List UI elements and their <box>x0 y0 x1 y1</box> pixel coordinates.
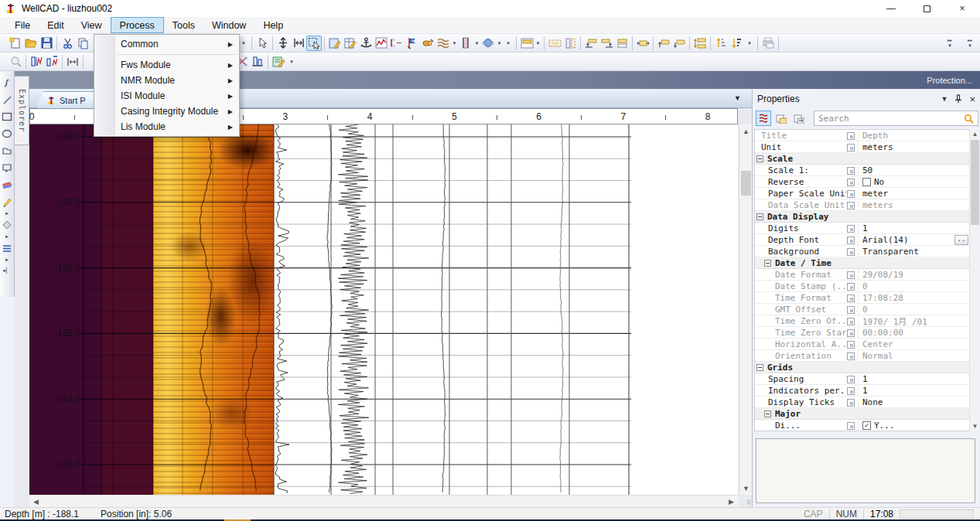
property-group-major[interactable]: Major <box>755 408 969 420</box>
categorized-view-button[interactable] <box>756 111 771 126</box>
checkbox-unchecked-icon[interactable] <box>862 178 871 186</box>
property-value[interactable]: 50 <box>858 165 969 175</box>
scroll-down-icon[interactable]: ▼ <box>739 482 753 495</box>
workspace-settings-icon[interactable] <box>271 54 286 70</box>
prop-scroll-up-icon[interactable]: ▲ <box>970 129 980 139</box>
align-tracks-icon[interactable] <box>614 36 630 51</box>
property-row-indicators-per-[interactable]: Indicators per...1 <box>755 385 969 397</box>
menu-process[interactable]: Process <box>111 17 164 33</box>
pencil-dropdown-icon[interactable]: ▸ <box>5 210 9 216</box>
close-button[interactable]: × <box>944 0 980 17</box>
save-icon[interactable] <box>39 36 54 51</box>
shift-log-up-icon[interactable] <box>656 36 671 51</box>
property-row-time-zero-of-[interactable]: Time Zero Of...1970/ 1月 /01 <box>755 315 969 327</box>
menu-edit[interactable]: Edit <box>39 17 73 33</box>
ellipse-tool-icon[interactable] <box>1 125 14 142</box>
polygon-tool-icon[interactable] <box>1 142 14 159</box>
property-row-reverse[interactable]: ReverseNo <box>755 176 969 188</box>
resize-grip[interactable]: ⠿ <box>739 495 751 506</box>
property-row-date-stamp-[interactable]: Date Stamp (...0 <box>755 281 969 292</box>
collapse-icon[interactable] <box>756 213 763 220</box>
property-group-scale[interactable]: Scale <box>755 153 969 165</box>
property-row-display-ticks[interactable]: Display TicksNone <box>755 397 969 408</box>
checkbox-checked-icon[interactable]: ✓ <box>862 421 871 430</box>
north-flag-icon[interactable]: N <box>405 36 420 51</box>
callout-tool-icon[interactable] <box>1 159 14 176</box>
menu-file[interactable]: File <box>6 17 39 33</box>
borehole-column-icon[interactable] <box>458 36 473 51</box>
property-value[interactable]: meters <box>858 200 969 210</box>
property-value[interactable]: No <box>858 177 969 187</box>
swap-tracks-icon[interactable] <box>692 36 708 51</box>
log-vertical-scrollbar[interactable]: ▲ ▼ <box>739 124 752 495</box>
core-sample-icon[interactable] <box>420 36 435 51</box>
cut-icon[interactable] <box>60 36 75 51</box>
header-toggle-icon[interactable] <box>519 36 534 51</box>
anchor-icon[interactable] <box>358 36 374 51</box>
property-value[interactable]: Arial(14).. <box>858 235 969 245</box>
histogram-log-icon[interactable] <box>250 54 265 70</box>
scroll-up-icon[interactable]: ▲ <box>739 124 753 138</box>
property-group-data-display[interactable]: Data Display <box>755 211 969 223</box>
property-value[interactable]: Transparent <box>858 247 969 257</box>
log-horizontal-scrollbar[interactable]: ◀ ▶ <box>29 495 738 507</box>
edit-table-icon[interactable] <box>343 36 358 51</box>
explorer-tab[interactable]: Explorer <box>15 76 29 145</box>
freehand-tool-icon[interactable] <box>1 74 14 91</box>
pencil-tool-icon[interactable] <box>1 193 14 210</box>
sort-ascending-icon[interactable] <box>713 36 729 51</box>
move-track-left-icon[interactable] <box>583 36 599 51</box>
property-row-gmt-offset[interactable]: GMT Offset0 <box>755 304 969 315</box>
globe-dropdown-icon[interactable]: ▾ <box>496 40 503 46</box>
sort-descending-icon[interactable] <box>729 36 744 51</box>
line-style-tool-icon[interactable] <box>1 240 14 257</box>
toolbar2-overflow-icon[interactable]: ▾ <box>286 54 297 70</box>
property-group-grids[interactable]: Grids <box>755 362 969 373</box>
process-menu-item-fws-module[interactable]: Fws Module▶ <box>94 57 239 73</box>
new-document-icon[interactable] <box>8 36 23 51</box>
process-menu-item-isi-module[interactable]: ISI Module▶ <box>94 88 239 104</box>
scroll-right-icon[interactable]: ▶ <box>725 495 738 508</box>
scroll-left-icon[interactable]: ◀ <box>29 495 43 508</box>
page-view-button[interactable] <box>791 111 807 126</box>
property-row-date-format[interactable]: Date Format29/08/19 <box>755 269 969 281</box>
property-row-title[interactable]: TitleDepth <box>755 130 969 141</box>
menu-tools[interactable]: Tools <box>164 17 203 33</box>
collapse-icon[interactable] <box>764 260 771 267</box>
collapse-icon[interactable] <box>764 410 771 417</box>
property-row-scale-1-[interactable]: Scale 1:50 <box>755 165 969 176</box>
maximize-button[interactable] <box>909 0 944 17</box>
rectangle-tool-icon[interactable] <box>1 108 14 125</box>
property-row-data-scale-unit[interactable]: Data Scale Unitmeters <box>755 199 969 211</box>
property-value[interactable]: 00:00:00 <box>858 328 969 338</box>
globe-3d-icon[interactable] <box>480 36 496 51</box>
process-menu-item-common[interactable]: Common▶ <box>94 36 239 52</box>
property-value[interactable]: 0 <box>858 305 969 315</box>
line-tool-icon[interactable] <box>1 91 14 108</box>
shift-log-down-icon[interactable] <box>671 36 687 51</box>
fit-width-icon[interactable] <box>291 36 306 51</box>
property-value[interactable]: meter <box>858 189 969 199</box>
property-grid-scrollbar[interactable]: ▲ ▼ <box>969 129 979 431</box>
select-region-icon[interactable] <box>306 36 322 51</box>
property-value[interactable]: 17:08:28 <box>858 293 969 303</box>
toolbar-overflow-3-icon[interactable]: ▾ <box>744 36 755 51</box>
eraser-tool-icon[interactable] <box>1 176 14 193</box>
property-group-date-time[interactable]: Date / Time <box>755 257 969 269</box>
font-edit-button[interactable]: .. <box>954 235 968 245</box>
panel-menu-dropdown-icon[interactable]: ▼ <box>941 95 948 103</box>
strip-expand-icon[interactable]: ▸▏ <box>4 267 11 274</box>
property-value[interactable]: 0 <box>858 281 969 291</box>
log-view[interactable]: -188.0-187.0-186.0-185.0-184.0-183.0 <box>29 124 738 495</box>
pin-icon[interactable] <box>954 94 962 104</box>
process-menu-item-casing-integrity-module[interactable]: Casing Integrity Module▶ <box>94 104 239 119</box>
print-document-icon[interactable] <box>760 36 776 51</box>
process-menu-item-nmr-module[interactable]: NMR Module▶ <box>94 73 239 88</box>
property-row-time-zero-start[interactable]: Time Zero Start00:00:00 <box>755 327 969 339</box>
search-icon[interactable] <box>964 114 974 124</box>
toolbar-chunk-1-icon[interactable]: ▸▸▾ <box>944 36 955 51</box>
search-input[interactable]: Search <box>814 111 978 126</box>
menu-view[interactable]: View <box>73 17 111 33</box>
property-row-background[interactable]: BackgroundTransparent <box>755 246 969 257</box>
expand-columns-icon[interactable] <box>65 54 80 70</box>
